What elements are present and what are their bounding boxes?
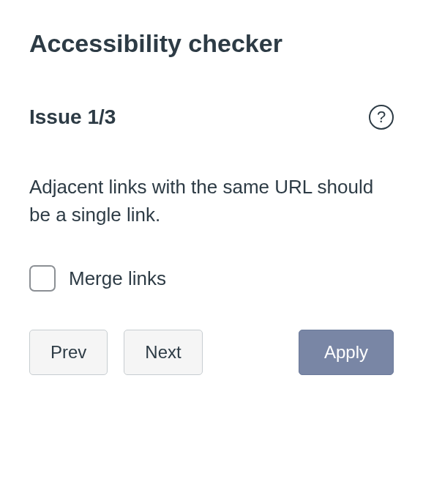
issue-description: Adjacent links with the same URL should …	[29, 174, 394, 229]
merge-links-checkbox[interactable]	[29, 265, 56, 292]
prev-button[interactable]: Prev	[29, 330, 108, 375]
page-title: Accessibility checker	[29, 29, 394, 58]
next-button[interactable]: Next	[124, 330, 202, 375]
issue-header: Issue 1/3 ?	[29, 105, 394, 130]
merge-links-label[interactable]: Merge links	[69, 267, 166, 290]
issue-count: Issue 1/3	[29, 105, 116, 129]
apply-button[interactable]: Apply	[299, 330, 394, 375]
help-icon-symbol: ?	[377, 108, 386, 127]
help-icon[interactable]: ?	[369, 105, 394, 130]
button-row: Prev Next Apply	[29, 330, 394, 375]
merge-links-row: Merge links	[29, 265, 394, 292]
